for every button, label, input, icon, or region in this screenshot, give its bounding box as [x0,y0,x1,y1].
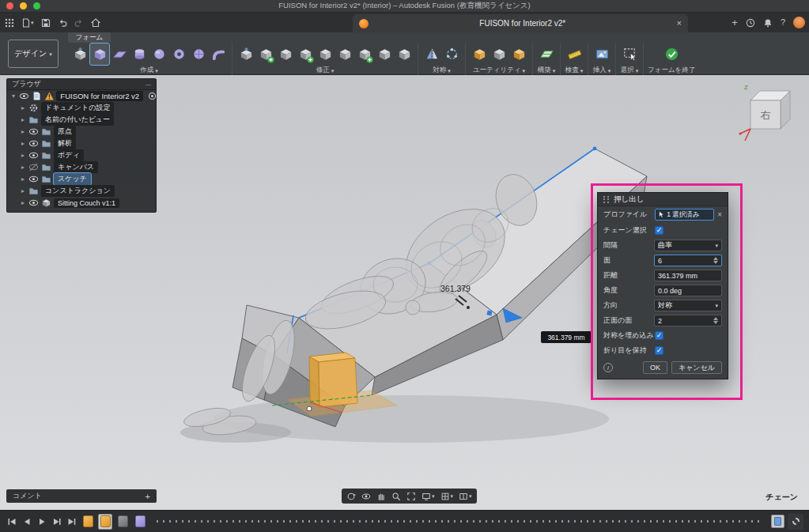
pipe-primitive-icon[interactable] [209,43,228,65]
expand-icon[interactable]: ▸ [20,199,26,206]
pan-icon[interactable] [376,492,386,501]
expand-icon[interactable]: ▸ [20,152,26,159]
browser-row-construction[interactable]: ▸ コンストラクション [17,185,156,197]
viewport-3d[interactable]: 361.379 ブラウザ — ▾ FUISON for Interior2 v2 [0,75,809,510]
extrude-preview-box[interactable] [309,353,357,407]
row-label[interactable]: キャンバス [54,161,98,173]
workspace-selector[interactable]: デザイン ▾ [8,40,59,68]
expand-icon[interactable]: ▸ [20,116,26,123]
row-label[interactable]: 原点 [54,126,76,138]
expand-icon[interactable]: ▾ [10,92,17,100]
spinner-control[interactable] [713,255,718,266]
warning-icon[interactable] [44,91,55,101]
insert-group-dropdown[interactable]: 挿入 ▾ [593,66,611,75]
row-label[interactable]: コンストラクション [41,185,115,197]
construct-plane-icon[interactable] [537,43,556,65]
box-primitive-icon[interactable] [90,43,109,65]
look-at-icon[interactable] [361,492,371,501]
add-comment-icon[interactable]: + [146,492,150,501]
timeline-feature-purple[interactable] [133,514,147,530]
row-label[interactable]: ドキュメントの設定 [41,102,114,114]
browser-root-row[interactable]: ▾ FUISON for Interior2 v2 [7,90,156,102]
insert-point-icon[interactable] [296,43,315,65]
minimize-window-button[interactable] [20,2,27,9]
utilities-group-dropdown[interactable]: ユーティリティ ▾ [473,66,525,75]
job-status-icon[interactable] [746,18,755,28]
zoom-icon[interactable] [391,492,401,501]
play-icon[interactable] [36,515,47,528]
expand-icon[interactable]: ▸ [20,175,26,183]
browser-row-sitting-couch[interactable]: ▸ Sitting Couch v1:1 [17,197,156,209]
close-tab-icon[interactable]: × [677,19,682,28]
browser-row-analysis[interactable]: ▸ 解析 [17,138,156,149]
document-tab[interactable]: FUISON for Interior2 v2* × [353,14,688,32]
sketch-vertex-handle[interactable] [593,147,597,151]
save-icon[interactable] [41,18,51,28]
edit-shape-icon[interactable] [236,43,255,65]
crease-icon[interactable] [395,43,414,65]
faces-input[interactable]: 6 [654,255,722,266]
browser-row-sketches[interactable]: ▸ スケッチ [17,173,156,185]
construct-group-dropdown[interactable]: 構築 ▾ [538,66,556,75]
fullscreen-window-button[interactable] [33,2,40,9]
visibility-eye-icon[interactable] [19,91,29,101]
timeline-feature-gray[interactable] [115,514,130,530]
dialog-titlebar[interactable]: 押し出し [598,193,728,206]
expand-icon[interactable]: ▸ [20,187,26,194]
inspect-group-dropdown[interactable]: 検査 ▾ [565,66,584,75]
bridge-icon[interactable] [335,43,354,65]
create-group-dropdown[interactable]: 作成 ▾ [140,66,158,75]
expand-icon[interactable]: ▸ [20,164,26,171]
step-forward-icon[interactable] [51,515,62,528]
subdivide-icon[interactable] [276,43,295,65]
chain-select-checkbox[interactable]: ✓ [655,226,663,235]
expand-icon[interactable]: ▸ [20,128,26,135]
quadball-primitive-icon[interactable] [189,43,208,65]
sketch-origin-point[interactable] [307,406,312,411]
file-menu-icon[interactable]: ▾ [21,18,34,28]
go-to-end-icon[interactable] [66,515,77,528]
insert-canvas-icon[interactable] [592,43,611,65]
notifications-bell-icon[interactable] [763,18,773,28]
select-tool-icon[interactable] [620,43,639,65]
spinner-control[interactable] [713,315,718,326]
timeline-feature-form[interactable] [81,514,95,530]
orbit-icon[interactable] [346,492,356,501]
symmetry-group-dropdown[interactable]: 対称 ▾ [433,66,451,75]
circular-symmetry-icon[interactable] [442,43,461,65]
grid-snap-icon[interactable]: ▾ [440,492,454,501]
root-item-label[interactable]: FUISON for Interior2 v2 [56,91,143,101]
browser-row-origin[interactable]: ▸ 原点 [17,126,156,138]
angle-input[interactable]: 0.0 deg [654,285,722,296]
manipulator-square-handle[interactable] [486,310,492,315]
merge-edge-icon[interactable] [316,43,335,65]
torus-primitive-icon[interactable] [169,43,188,65]
browser-row-named-views[interactable]: ▸ 名前の付いたビュー [17,114,156,126]
display-mode-icon[interactable] [470,43,489,65]
activate-component-radio[interactable] [149,92,156,100]
plane-primitive-icon[interactable] [110,43,129,65]
weld-vertices-icon[interactable] [375,43,394,65]
profile-selection-button[interactable]: 1 選択済み [655,209,714,221]
mirror-symmetry-icon[interactable] [422,43,441,65]
measure-icon[interactable] [565,43,584,65]
visibility-eye-icon[interactable] [28,198,39,208]
cancel-button[interactable]: キャンセル [671,361,722,374]
direction-dropdown[interactable]: 対称 ▾ [654,300,722,311]
context-tab-form[interactable]: フォーム [68,32,111,43]
insert-edge-icon[interactable] [256,43,275,65]
front-faces-input[interactable]: 2 [654,315,722,326]
browser-row-canvases[interactable]: ▸ キャンバス [17,161,156,173]
step-back-icon[interactable] [21,515,32,528]
visibility-eye-icon[interactable] [28,174,39,184]
undo-icon[interactable] [58,18,67,28]
new-tab-icon[interactable]: + [732,17,738,28]
go-to-start-icon[interactable] [6,515,17,528]
collapse-panel-icon[interactable]: — [146,81,151,87]
help-icon[interactable]: ? [781,18,785,27]
convert-icon[interactable] [509,43,528,65]
home-icon[interactable] [91,18,100,28]
row-label[interactable]: 解析 [54,138,76,149]
timeline-settings-button[interactable] [788,514,803,530]
visibility-eye-icon[interactable] [28,138,39,149]
